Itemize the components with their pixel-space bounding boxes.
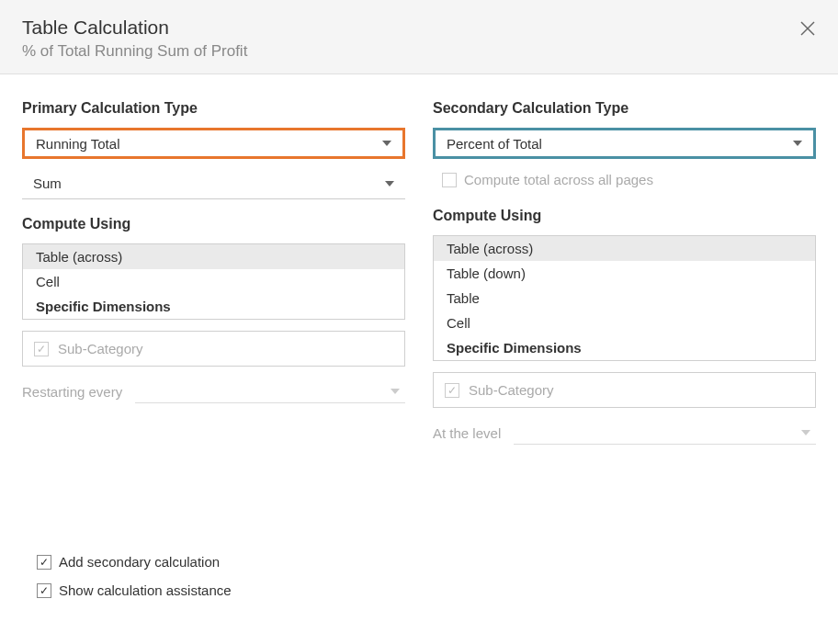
secondary-subcategory-label: Sub-Category	[469, 382, 554, 398]
secondary-compute-option[interactable]: Cell	[434, 311, 815, 335]
primary-calc-type-value: Running Total	[36, 136, 119, 152]
primary-calc-type-dropdown[interactable]: Running Total	[22, 128, 405, 159]
primary-agg-value: Sum	[33, 175, 62, 191]
show-assistance-row[interactable]: ✓ Show calculation assistance	[37, 579, 232, 602]
primary-column: Primary Calculation Type Running Total S…	[22, 93, 405, 458]
primary-compute-heading: Compute Using	[22, 216, 405, 232]
primary-agg-dropdown[interactable]: Sum	[22, 168, 405, 199]
restarting-every-row: Restarting every	[22, 379, 405, 403]
show-assistance-checkbox[interactable]: ✓	[37, 583, 51, 598]
checkbox-icon: ✓	[445, 383, 459, 398]
secondary-calc-type-value: Percent of Total	[447, 136, 542, 152]
checkbox-icon: ✓	[34, 342, 49, 356]
primary-compute-listbox: Table (across) Cell Specific Dimensions	[22, 243, 405, 320]
secondary-heading: Secondary Calculation Type	[433, 100, 816, 117]
secondary-calc-type-dropdown[interactable]: Percent of Total	[433, 128, 816, 159]
compute-all-pages-checkbox[interactable]	[442, 173, 457, 187]
footer-options: ✓ Add secondary calculation ✓ Show calcu…	[37, 550, 232, 602]
compute-all-pages-row: Compute total across all pages	[433, 168, 816, 200]
secondary-compute-listbox: Table (across) Table (down) Table Cell S…	[433, 235, 816, 361]
chevron-down-icon	[391, 389, 400, 394]
chevron-down-icon	[382, 141, 391, 146]
chevron-down-icon	[385, 181, 394, 186]
secondary-compute-option[interactable]: Table (across)	[434, 236, 815, 261]
close-icon	[799, 20, 816, 37]
add-secondary-label: Add secondary calculation	[59, 554, 220, 570]
secondary-compute-heading: Compute Using	[433, 208, 816, 224]
at-the-level-dropdown[interactable]	[514, 421, 816, 445]
secondary-compute-option[interactable]: Table (down)	[434, 261, 815, 286]
dialog-header: Table Calculation % of Total Running Sum…	[0, 0, 838, 74]
close-button[interactable]	[799, 20, 816, 37]
primary-heading: Primary Calculation Type	[22, 100, 405, 117]
add-secondary-row[interactable]: ✓ Add secondary calculation	[37, 550, 232, 573]
dialog-subtitle: % of Total Running Sum of Profit	[22, 42, 816, 61]
compute-all-pages-label: Compute total across all pages	[464, 172, 653, 187]
primary-subcategory-label: Sub-Category	[58, 341, 143, 356]
restarting-every-dropdown[interactable]	[135, 379, 405, 403]
primary-compute-option[interactable]: Table (across)	[23, 244, 404, 269]
primary-subcategory-box: ✓ Sub-Category	[22, 331, 405, 367]
add-secondary-checkbox[interactable]: ✓	[37, 555, 51, 570]
primary-compute-option[interactable]: Cell	[23, 269, 404, 294]
show-assistance-label: Show calculation assistance	[59, 582, 232, 598]
secondary-subcategory-box: ✓ Sub-Category	[433, 372, 816, 408]
at-the-level-row: At the level	[433, 421, 816, 445]
chevron-down-icon	[793, 141, 802, 146]
primary-compute-option[interactable]: Specific Dimensions	[23, 294, 404, 319]
dialog-body: Primary Calculation Type Running Total S…	[0, 74, 838, 476]
secondary-compute-option[interactable]: Table	[434, 286, 815, 311]
secondary-column: Secondary Calculation Type Percent of To…	[433, 93, 816, 458]
restarting-every-label: Restarting every	[22, 384, 122, 400]
dialog-title: Table Calculation	[22, 17, 816, 39]
secondary-compute-option[interactable]: Specific Dimensions	[434, 335, 815, 360]
at-the-level-label: At the level	[433, 425, 501, 441]
chevron-down-icon	[801, 430, 810, 435]
